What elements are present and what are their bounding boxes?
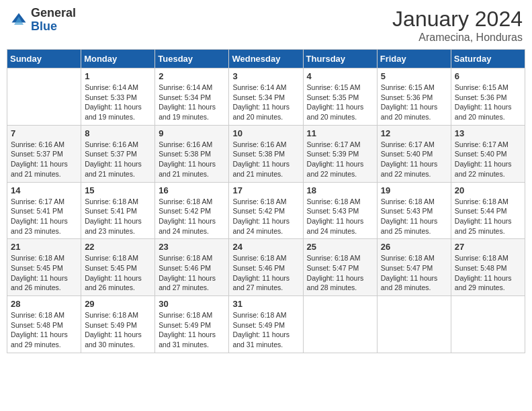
day-info: Sunrise: 6:18 AM Sunset: 5:43 PM Dayligh…	[381, 197, 447, 236]
weekday-header-monday: Monday	[81, 50, 155, 68]
day-info: Sunrise: 6:15 AM Sunset: 5:36 PM Dayligh…	[455, 83, 521, 122]
location-title: Aramecina, Honduras	[392, 32, 523, 44]
day-info: Sunrise: 6:18 AM Sunset: 5:42 PM Dayligh…	[232, 197, 299, 236]
day-number: 6	[455, 71, 521, 81]
day-info: Sunrise: 6:18 AM Sunset: 5:47 PM Dayligh…	[307, 253, 373, 293]
calendar-cell: 17Sunrise: 6:18 AM Sunset: 5:42 PM Dayli…	[229, 182, 303, 239]
day-info: Sunrise: 6:18 AM Sunset: 5:46 PM Dayligh…	[232, 253, 299, 293]
weekday-header-row: SundayMondayTuesdayWednesdayThursdayFrid…	[7, 50, 525, 68]
calendar-cell: 19Sunrise: 6:18 AM Sunset: 5:43 PM Dayli…	[377, 182, 451, 239]
weekday-header-sunday: Sunday	[7, 50, 81, 68]
day-info: Sunrise: 6:16 AM Sunset: 5:38 PM Dayligh…	[232, 140, 299, 179]
day-info: Sunrise: 6:18 AM Sunset: 5:45 PM Dayligh…	[85, 253, 151, 293]
day-info: Sunrise: 6:16 AM Sunset: 5:37 PM Dayligh…	[11, 140, 77, 179]
day-info: Sunrise: 6:15 AM Sunset: 5:35 PM Dayligh…	[307, 83, 373, 122]
day-number: 24	[232, 242, 299, 252]
day-info: Sunrise: 6:14 AM Sunset: 5:34 PM Dayligh…	[159, 83, 225, 122]
calendar-cell: 30Sunrise: 6:18 AM Sunset: 5:49 PM Dayli…	[155, 296, 229, 353]
calendar-cell	[7, 68, 81, 126]
calendar-cell: 12Sunrise: 6:17 AM Sunset: 5:40 PM Dayli…	[377, 125, 451, 182]
day-info: Sunrise: 6:16 AM Sunset: 5:37 PM Dayligh…	[85, 140, 151, 179]
calendar-cell: 24Sunrise: 6:18 AM Sunset: 5:46 PM Dayli…	[229, 239, 303, 296]
calendar-table: SundayMondayTuesdayWednesdayThursdayFrid…	[7, 49, 525, 353]
day-number: 7	[11, 128, 77, 138]
day-number: 3	[232, 71, 299, 81]
day-info: Sunrise: 6:18 AM Sunset: 5:48 PM Dayligh…	[11, 310, 77, 350]
calendar-cell	[303, 296, 377, 353]
calendar-cell: 23Sunrise: 6:18 AM Sunset: 5:46 PM Dayli…	[155, 239, 229, 296]
title-area: January 2024 Aramecina, Honduras	[392, 7, 523, 44]
day-info: Sunrise: 6:18 AM Sunset: 5:49 PM Dayligh…	[85, 310, 151, 350]
day-info: Sunrise: 6:18 AM Sunset: 5:46 PM Dayligh…	[159, 253, 225, 293]
day-number: 12	[381, 128, 447, 138]
calendar-cell: 21Sunrise: 6:18 AM Sunset: 5:45 PM Dayli…	[7, 239, 81, 296]
day-info: Sunrise: 6:17 AM Sunset: 5:39 PM Dayligh…	[307, 140, 373, 179]
day-number: 21	[11, 242, 77, 252]
day-info: Sunrise: 6:18 AM Sunset: 5:43 PM Dayligh…	[307, 197, 373, 236]
calendar-cell: 28Sunrise: 6:18 AM Sunset: 5:48 PM Dayli…	[7, 296, 81, 353]
calendar-cell: 6Sunrise: 6:15 AM Sunset: 5:36 PM Daylig…	[451, 68, 525, 126]
calendar-cell: 31Sunrise: 6:18 AM Sunset: 5:49 PM Dayli…	[229, 296, 303, 353]
day-number: 25	[307, 242, 373, 252]
calendar-cell: 16Sunrise: 6:18 AM Sunset: 5:42 PM Dayli…	[155, 182, 229, 239]
day-number: 23	[159, 242, 225, 252]
calendar-week-row: 28Sunrise: 6:18 AM Sunset: 5:48 PM Dayli…	[7, 296, 525, 353]
calendar-cell: 11Sunrise: 6:17 AM Sunset: 5:39 PM Dayli…	[303, 125, 377, 182]
calendar-cell: 25Sunrise: 6:18 AM Sunset: 5:47 PM Dayli…	[303, 239, 377, 296]
weekday-header-tuesday: Tuesday	[155, 50, 229, 68]
calendar-cell: 8Sunrise: 6:16 AM Sunset: 5:37 PM Daylig…	[81, 125, 155, 182]
day-info: Sunrise: 6:18 AM Sunset: 5:41 PM Dayligh…	[85, 197, 151, 236]
logo-icon	[9, 11, 28, 30]
page-header: General Blue January 2024 Aramecina, Hon…	[7, 7, 525, 44]
calendar-cell: 27Sunrise: 6:18 AM Sunset: 5:48 PM Dayli…	[451, 239, 525, 296]
month-title: January 2024	[392, 7, 523, 32]
calendar-week-row: 21Sunrise: 6:18 AM Sunset: 5:45 PM Dayli…	[7, 239, 525, 296]
day-number: 8	[85, 128, 151, 138]
weekday-header-thursday: Thursday	[303, 50, 377, 68]
day-info: Sunrise: 6:17 AM Sunset: 5:41 PM Dayligh…	[11, 197, 77, 236]
calendar-cell: 3Sunrise: 6:14 AM Sunset: 5:34 PM Daylig…	[229, 68, 303, 126]
day-number: 5	[381, 71, 447, 81]
calendar-cell: 29Sunrise: 6:18 AM Sunset: 5:49 PM Dayli…	[81, 296, 155, 353]
logo-blue-label: Blue	[31, 20, 76, 34]
day-info: Sunrise: 6:18 AM Sunset: 5:48 PM Dayligh…	[455, 253, 521, 293]
logo: General Blue	[9, 7, 76, 34]
calendar-cell: 10Sunrise: 6:16 AM Sunset: 5:38 PM Dayli…	[229, 125, 303, 182]
day-number: 27	[455, 242, 521, 252]
day-number: 11	[307, 128, 373, 138]
day-number: 13	[455, 128, 521, 138]
day-info: Sunrise: 6:18 AM Sunset: 5:42 PM Dayligh…	[159, 197, 225, 236]
day-number: 16	[159, 185, 225, 195]
day-info: Sunrise: 6:18 AM Sunset: 5:44 PM Dayligh…	[455, 197, 521, 236]
day-number: 30	[159, 299, 225, 309]
day-number: 19	[381, 185, 447, 195]
weekday-header-friday: Friday	[377, 50, 451, 68]
day-number: 29	[85, 299, 151, 309]
day-number: 22	[85, 242, 151, 252]
calendar-cell: 5Sunrise: 6:15 AM Sunset: 5:36 PM Daylig…	[377, 68, 451, 126]
calendar-week-row: 14Sunrise: 6:17 AM Sunset: 5:41 PM Dayli…	[7, 182, 525, 239]
day-number: 18	[307, 185, 373, 195]
day-number: 26	[381, 242, 447, 252]
day-info: Sunrise: 6:18 AM Sunset: 5:49 PM Dayligh…	[159, 310, 225, 350]
day-info: Sunrise: 6:17 AM Sunset: 5:40 PM Dayligh…	[455, 140, 521, 179]
calendar-week-row: 7Sunrise: 6:16 AM Sunset: 5:37 PM Daylig…	[7, 125, 525, 182]
calendar-cell: 2Sunrise: 6:14 AM Sunset: 5:34 PM Daylig…	[155, 68, 229, 126]
day-info: Sunrise: 6:17 AM Sunset: 5:40 PM Dayligh…	[381, 140, 447, 179]
calendar-cell: 26Sunrise: 6:18 AM Sunset: 5:47 PM Dayli…	[377, 239, 451, 296]
day-info: Sunrise: 6:15 AM Sunset: 5:36 PM Dayligh…	[381, 83, 447, 122]
day-info: Sunrise: 6:14 AM Sunset: 5:33 PM Dayligh…	[85, 83, 151, 122]
logo-general-label: General	[31, 7, 76, 20]
calendar-cell: 20Sunrise: 6:18 AM Sunset: 5:44 PM Dayli…	[451, 182, 525, 239]
day-number: 31	[232, 299, 299, 309]
calendar-cell: 14Sunrise: 6:17 AM Sunset: 5:41 PM Dayli…	[7, 182, 81, 239]
calendar-cell: 1Sunrise: 6:14 AM Sunset: 5:33 PM Daylig…	[81, 68, 155, 126]
day-number: 17	[232, 185, 299, 195]
logo-text: General Blue	[31, 7, 76, 34]
calendar-cell: 9Sunrise: 6:16 AM Sunset: 5:38 PM Daylig…	[155, 125, 229, 182]
calendar-cell: 7Sunrise: 6:16 AM Sunset: 5:37 PM Daylig…	[7, 125, 81, 182]
day-number: 20	[455, 185, 521, 195]
calendar-cell: 4Sunrise: 6:15 AM Sunset: 5:35 PM Daylig…	[303, 68, 377, 126]
day-number: 10	[232, 128, 299, 138]
calendar-cell: 13Sunrise: 6:17 AM Sunset: 5:40 PM Dayli…	[451, 125, 525, 182]
